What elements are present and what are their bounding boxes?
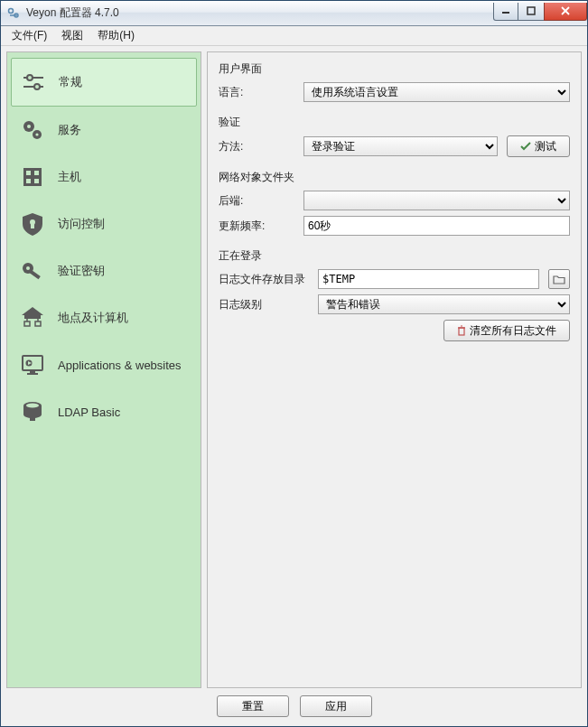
grid-icon <box>18 163 47 191</box>
sidebar-item-apps[interactable]: Applications & websites <box>11 341 197 388</box>
svg-rect-38 <box>459 328 464 335</box>
test-button[interactable]: 测试 <box>507 135 570 157</box>
svg-point-12 <box>27 125 31 128</box>
logdir-label: 日志文件存放目录 <box>219 272 309 287</box>
sidebar-item-label: 地点及计算机 <box>58 310 128 326</box>
clear-logs-button[interactable]: 清空所有日志文件 <box>443 320 570 341</box>
close-button[interactable] <box>544 3 587 21</box>
sliders-icon <box>19 68 48 97</box>
reset-button[interactable]: 重置 <box>217 695 289 717</box>
key-icon <box>18 256 47 285</box>
svg-rect-37 <box>30 417 35 421</box>
sidebar-item-label: 常规 <box>59 74 82 90</box>
window-controls <box>494 3 587 21</box>
svg-rect-4 <box>527 7 535 14</box>
folder-icon <box>553 274 565 284</box>
menu-view[interactable]: 视图 <box>54 26 90 45</box>
svg-rect-33 <box>30 371 35 373</box>
group-net-title: 网络对象文件夹 <box>219 170 570 185</box>
menubar: 文件(F) 视图 帮助(H) <box>1 26 587 46</box>
check-icon <box>520 142 531 151</box>
svg-point-36 <box>26 404 39 408</box>
network-icon <box>18 303 47 332</box>
svg-rect-34 <box>27 373 38 375</box>
loglevel-label: 日志级别 <box>219 297 309 312</box>
svg-point-14 <box>35 133 38 135</box>
svg-point-10 <box>34 84 40 89</box>
window-title: Veyon 配置器 4.7.0 <box>26 5 494 21</box>
sidebar-item-label: 服务 <box>58 122 81 138</box>
app-window: Veyon 配置器 4.7.0 文件(F) 视图 帮助(H) 常规 服务 <box>0 0 588 727</box>
svg-rect-19 <box>34 179 39 183</box>
content-panel: 用户界面 语言: 使用系统语言设置 验证 方法: 登录验证 测试 <box>207 51 582 688</box>
sidebar-item-keys[interactable]: 验证密钥 <box>11 247 197 294</box>
sidebar-item-access[interactable]: 访问控制 <box>11 200 197 247</box>
menu-file[interactable]: 文件(F) <box>5 26 54 45</box>
sidebar-item-ldap[interactable]: LDAP Basic <box>11 388 197 435</box>
sidebar-item-locations[interactable]: 地点及计算机 <box>11 294 197 341</box>
sidebar-item-service[interactable]: 服务 <box>11 107 197 154</box>
menu-help[interactable]: 帮助(H) <box>90 26 142 45</box>
apply-button[interactable]: 应用 <box>300 695 372 717</box>
language-select[interactable]: 使用系统语言设置 <box>303 82 570 102</box>
svg-point-8 <box>27 75 33 80</box>
backend-select[interactable] <box>303 191 570 210</box>
sidebar-item-label: LDAP Basic <box>58 405 120 419</box>
svg-marker-25 <box>22 307 43 319</box>
svg-rect-21 <box>31 223 34 228</box>
database-icon <box>18 397 47 426</box>
minimize-button[interactable] <box>493 3 518 21</box>
update-input[interactable] <box>303 216 570 236</box>
client-area: 常规 服务 主机 访问控制 验证密钥 <box>1 46 587 726</box>
sidebar-item-label: 主机 <box>58 169 81 185</box>
group-auth-title: 验证 <box>219 115 570 130</box>
sidebar: 常规 服务 主机 访问控制 验证密钥 <box>6 51 201 688</box>
sidebar-item-label: 验证密钥 <box>58 263 105 279</box>
trash-icon <box>457 325 466 336</box>
sidebar-item-general[interactable]: 常规 <box>11 58 197 107</box>
sidebar-item-master[interactable]: 主机 <box>11 154 197 200</box>
svg-rect-30 <box>23 356 42 370</box>
loglevel-select[interactable]: 警告和错误 <box>318 294 570 314</box>
sidebar-item-label: 访问控制 <box>58 216 105 232</box>
language-label: 语言: <box>219 85 294 100</box>
monitor-icon <box>18 350 47 379</box>
backend-label: 后端: <box>219 193 294 209</box>
footer: 重置 应用 <box>6 688 582 721</box>
app-icon <box>6 6 21 21</box>
shield-icon <box>18 210 47 238</box>
logdir-input[interactable] <box>318 269 539 289</box>
update-label: 更新频率: <box>219 219 294 234</box>
svg-point-23 <box>26 266 30 270</box>
svg-rect-17 <box>34 171 39 175</box>
group-ui-title: 用户界面 <box>219 61 570 77</box>
sidebar-item-label: Applications & websites <box>58 359 182 372</box>
svg-point-0 <box>9 8 14 13</box>
group-log-title: 正在登录 <box>219 248 570 264</box>
svg-rect-27 <box>35 322 41 326</box>
svg-rect-16 <box>26 171 31 175</box>
svg-rect-24 <box>30 270 41 279</box>
browse-button[interactable] <box>548 269 570 289</box>
method-select[interactable]: 登录验证 <box>303 136 498 156</box>
maximize-button[interactable] <box>518 3 545 21</box>
gears-icon <box>18 116 47 144</box>
method-label: 方法: <box>219 139 294 154</box>
svg-rect-18 <box>26 179 31 183</box>
svg-rect-26 <box>24 322 30 326</box>
titlebar[interactable]: Veyon 配置器 4.7.0 <box>1 1 587 26</box>
